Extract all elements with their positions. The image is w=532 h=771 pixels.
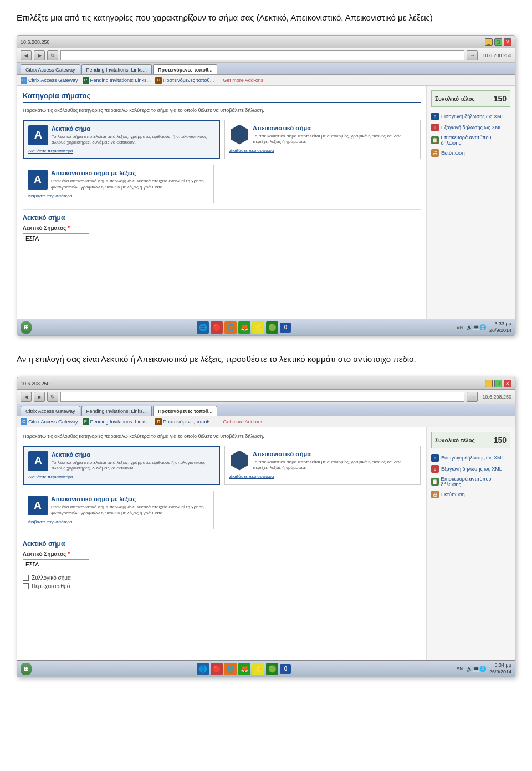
maximize-button-1[interactable]: □ (494, 38, 502, 46)
card-lektiko-link-1[interactable]: Διαβάστε περισσότερα (28, 149, 214, 154)
card-apeikonistiko-me-lexeis-2[interactable]: A Απεικονιστικό σήμα με λέξεις Όταν ένα … (23, 491, 214, 529)
browser-window-1: 10.6.208.250 _ □ ✕ ◀ ▶ ↻ http://10.6.208… (17, 35, 515, 336)
taskbar-icon5-2[interactable]: ⭐ (252, 663, 264, 675)
fav-pending-1[interactable]: P Pending Invitations: Links... (83, 77, 151, 84)
taskbar-icon4-2[interactable]: 🦊 (238, 663, 250, 675)
sidebar-action-copy-1[interactable]: 📋 Επισκευορά αντιτύπου δήλωσης (431, 135, 510, 146)
browser-body-1: Κατηγορία σήματος Παρακάτω τις ακόλουθες… (17, 86, 515, 319)
tab-proton-2[interactable]: Προτεινόμενες τοποθ... (153, 406, 217, 416)
tab-pending-1[interactable]: Pending Invitations: Links... (81, 64, 152, 74)
taskbar-icon4-1[interactable]: 🦊 (238, 321, 250, 334)
taskbar-icon7-1[interactable]: 0 (280, 323, 291, 333)
card-apeikonistiko-2[interactable]: Απεικονιστικό σήμα Το απεικονιστικό σήμα… (224, 446, 421, 486)
minimize-button-1[interactable]: _ (485, 38, 493, 46)
card-apeikonistiko-text-1: Το απεικονιστικό σήμα αποτελείται με αυτ… (229, 134, 416, 145)
lektiko-input-2[interactable]: ΕΣΓΑ (23, 559, 89, 570)
back-button-2[interactable]: ◀ (21, 392, 32, 402)
sidebar-action1-label-1: Εισαγωγή δήλωσης ως XML (441, 114, 504, 119)
card-apeikonistiko-link-1[interactable]: Διαβάστε περισσότερα (229, 148, 416, 153)
page-subtitle-1: Παρακάτω τις ακόλουθες κατηγορίες παρακα… (23, 107, 421, 114)
forward-button-2[interactable]: ▶ (34, 392, 45, 402)
page-title-1: Κατηγορία σήματος (23, 91, 421, 103)
back-button-1[interactable]: ◀ (21, 50, 32, 60)
tab-pending-2[interactable]: Pending Invitations: Links... (81, 406, 152, 416)
refresh-button-1[interactable]: ↻ (47, 50, 58, 60)
address-bar-2[interactable]: http://10.6.208.250/tg-u-treding/assets/… (60, 392, 464, 402)
taskbar-icon2-1[interactable]: 🔴 (211, 321, 223, 334)
fav-proton-1[interactable]: Π Προτεινόμενες τοποθ... (155, 77, 214, 84)
addons-link-1[interactable]: Get more Add-ons (223, 78, 263, 83)
refresh-button-2[interactable]: ↻ (47, 392, 58, 402)
card-apeikonistiko-me-lexeis-1[interactable]: A Απεικονιστικό σήμα με λέξεις Όταν ένα … (23, 165, 214, 203)
tab-citrix-1[interactable]: Citrix Access Gateway (21, 64, 80, 74)
sidebar-action-xml-out-2[interactable]: ↓ Εξαγωγή δήλωσης ως XML (431, 465, 510, 473)
taskbar-icon6-2[interactable]: 🟢 (266, 663, 278, 675)
address-bar-1[interactable]: http://10.6.208.250/tg-u-treding/assets/… (60, 50, 464, 60)
card-apeikonistiko-1[interactable]: Απεικονιστικό σήμα Το απεικονιστικό σήμα… (224, 120, 421, 160)
checkbox-arithmos-box-2[interactable] (23, 583, 29, 589)
sidebar-action1-label-2: Εισαγωγή δήλωσης ως XML (441, 455, 504, 461)
card-aml-inner-2: A Απεικονιστικό σήμα με λέξεις Όταν ένα … (28, 496, 209, 516)
fav-icon-citrix-1: C (21, 77, 27, 84)
sidebar-action3-label-1: Επισκευορά αντιτύπου δήλωσης (441, 135, 510, 146)
sidebar-action-print-1[interactable]: 🖨 Εκτύπωση (431, 149, 510, 157)
sidebar-action-xml-in-2[interactable]: ↑ Εισαγωγή δήλωσης ως XML (431, 454, 510, 462)
browser-sidebar-2: Συνολικό τέλος 150 ↑ Εισαγωγή δήλωσης ως… (426, 427, 515, 660)
minimize-button-2[interactable]: _ (485, 380, 493, 387)
close-button-2[interactable]: ✕ (504, 380, 511, 387)
taskbar-icon6-1[interactable]: 🟢 (266, 321, 278, 334)
maximize-button-2[interactable]: □ (494, 380, 502, 387)
tab-citrix-2[interactable]: Citrix Access Gateway (21, 406, 80, 416)
lektiko-input-1[interactable]: ΕΣΓΑ (23, 233, 89, 244)
card-lektiko-1[interactable]: A Λεκτικό σήμα Το λεκτικό σήμα αποτελείτ… (23, 120, 220, 160)
start-button-2[interactable]: ⊞ (21, 663, 32, 675)
sidebar-action2-label-1: Εξαγωγή δήλωσης ως XML (441, 125, 502, 130)
fav-proton-2[interactable]: Π Προτεινόμενες τοποθ... (155, 418, 214, 425)
browser-toolbar-2: ◀ ▶ ↻ http://10.6.208.250/tg-u-treding/a… (17, 390, 515, 404)
sidebar-action4-label-1: Εκτύπωση (441, 150, 465, 156)
card-lektiko-2[interactable]: A Λεκτικό σήμα Το λεκτικό σήμα αποτελείτ… (23, 446, 220, 486)
card-apeikonistiko-text-2: Το απεικονιστικό σήμα αποτελείται με αυτ… (229, 459, 416, 471)
tab-proton-1[interactable]: Προτεινόμενες τοποθ... (153, 64, 217, 74)
card-aml-inner-1: A Απεικονιστικό σήμα με λέξεις Όταν ένα … (28, 170, 209, 190)
browser-tabs-1: Citrix Access Gateway Pending Invitation… (17, 63, 515, 75)
taskbar-icon7-2[interactable]: 0 (280, 664, 291, 674)
sidebar-action-xml-in-1[interactable]: ↑ Εισαγωγή δήλωσης ως XML (431, 113, 510, 120)
card-lektiko-link-2[interactable]: Διαβάστε περισσότερα (28, 474, 214, 479)
lektiko-label-2: Λεκτικό Σήματος * (23, 551, 421, 557)
go-button-2[interactable]: → (467, 392, 478, 402)
taskbar-ie-icon-1[interactable]: 🌐 (197, 321, 209, 334)
checkbox-syllогiko-box-2[interactable] (23, 575, 29, 581)
address-label-1: 10.6.208.250 (482, 53, 511, 58)
fav-citrix-2[interactable]: C Citrix Access Gateway (21, 418, 78, 425)
taskbar-icon3-1[interactable]: 🌐 (224, 321, 237, 334)
fav-citrix-1[interactable]: C Citrix Access Gateway (21, 77, 78, 84)
taskbar-icon2-2[interactable]: 🔴 (211, 663, 223, 675)
checkbox-arithmos-label-2: Περιέχει αριθμό (32, 583, 70, 589)
sidebar-action-copy-2[interactable]: 📋 Επισκευορά αντιτύπου δήλωσης (431, 476, 510, 487)
card-aml-link-1[interactable]: Διαβάστε περισσότερα (28, 193, 209, 198)
addons-link-2[interactable]: Get more Add-ons (223, 419, 263, 425)
card-aml-link-2[interactable]: Διαβάστε περισσότερα (28, 519, 209, 524)
card-aml-text-2: Όταν ένα απεικονιστικό σήμα περιλαμβάνει… (28, 504, 209, 516)
browser-titlebar-1: 10.6.208.250 _ □ ✕ (17, 36, 515, 48)
sidebar-action-print-2[interactable]: 🖨 Εκτύπωση (431, 491, 510, 498)
fav-icon-pending-1: P (83, 77, 89, 84)
browser-title-1: 10.6.208.250 (21, 39, 50, 45)
close-button-1[interactable]: ✕ (504, 38, 511, 46)
page-subtitle-2: Παρακάτω τις ακόλουθες κατηγορίες παρακα… (23, 433, 421, 440)
taskbar-icon5-1[interactable]: ⭐ (252, 321, 264, 334)
sidebar-action-xml-out-1[interactable]: ↓ Εξαγωγή δήλωσης ως XML (431, 124, 510, 131)
start-button-1[interactable]: ⊞ (21, 321, 32, 334)
go-button-1[interactable]: → (467, 50, 478, 60)
sidebar-print-icon-2: 🖨 (431, 491, 439, 498)
taskbar-ie-icon-2[interactable]: 🌐 (197, 663, 209, 675)
card-aml-title-1: Απεικονιστικό σήμα με λέξεις (28, 170, 209, 176)
sidebar-summary-2: Συνολικό τέλος 150 (431, 432, 510, 448)
sidebar-summary-value-2: 150 (494, 436, 507, 445)
taskbar-icon3-2[interactable]: 🌐 (224, 663, 237, 675)
sidebar-summary-value-1: 150 (494, 94, 507, 103)
fav-pending-2[interactable]: P Pending Invitations: Links... (83, 418, 151, 425)
card-apeikonistiko-link-2[interactable]: Διαβάστε περισσότερα (229, 474, 416, 479)
forward-button-1[interactable]: ▶ (34, 50, 45, 60)
